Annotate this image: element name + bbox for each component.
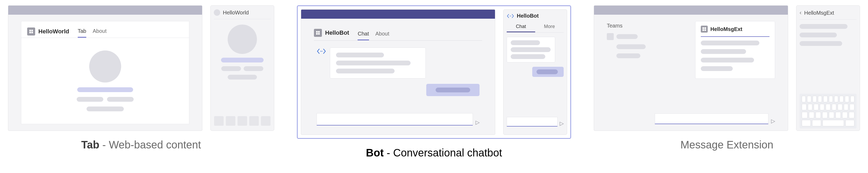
capability-bot: HelloBot Chat About: [297, 5, 571, 159]
placeholder-line: [336, 69, 395, 73]
placeholder-line: [800, 24, 847, 29]
popup-separator: [701, 36, 770, 37]
tab-desktop-frame: HelloWorld Tab About: [8, 5, 203, 131]
placeholder-line: [616, 34, 638, 39]
mobile-nav-bar: [214, 114, 271, 128]
sidebar-title: Teams: [607, 23, 647, 29]
tab-content-area: HelloWorld Tab About: [21, 21, 189, 124]
window-titlebar: [594, 6, 788, 15]
bot-avatar-icon: [507, 13, 514, 19]
app-icon: [27, 27, 35, 35]
bot-tab-chat[interactable]: Chat: [358, 31, 369, 40]
svg-rect-15: [705, 29, 706, 31]
placeholder-line: [221, 66, 241, 71]
compose-input[interactable]: [317, 113, 473, 125]
placeholder-row: [77, 97, 134, 102]
compose-row: ▷: [655, 114, 775, 124]
placeholder-line: [800, 41, 842, 46]
mobile-title: HelloWorld: [223, 9, 249, 16]
bot-highlight-frame: HelloBot Chat About: [297, 5, 571, 139]
message-bubble-out: [532, 67, 564, 77]
placeholder-line: [77, 87, 133, 92]
placeholder-line: [511, 40, 540, 45]
message-bubble-in: [507, 37, 555, 63]
tab-body: [21, 38, 189, 124]
svg-rect-3: [31, 31, 33, 33]
placeholder-line: [87, 106, 124, 111]
placeholder-line: [228, 75, 257, 79]
svg-rect-2: [29, 31, 31, 33]
app-title: HelloWorld: [38, 28, 69, 35]
bot-tab-about[interactable]: About: [375, 31, 389, 40]
mobile-tab-chat[interactable]: Chat: [507, 22, 535, 32]
tab-tab-1[interactable]: Tab: [78, 28, 86, 38]
compose-input[interactable]: [655, 114, 768, 124]
bot-chat-area: ▷: [314, 41, 482, 128]
app-icon: [701, 26, 708, 32]
sidebar-channel[interactable]: [616, 44, 646, 49]
tab-mobile-frame: HelloWorld: [210, 5, 274, 131]
placeholder-line: [107, 97, 134, 102]
message-bubble-out: [426, 84, 479, 96]
bot-desktop-frame: HelloBot Chat About: [301, 9, 495, 135]
placeholder-line: [436, 88, 470, 92]
nav-item[interactable]: [261, 116, 271, 126]
team-icon: [607, 33, 614, 40]
compose-input[interactable]: [507, 117, 558, 127]
mobile-chat-area: ▷: [507, 32, 564, 132]
placeholder-line: [701, 66, 733, 71]
ext-mockups-pair: Teams HelloMsgExt: [594, 5, 860, 131]
svg-rect-12: [703, 27, 704, 29]
svg-rect-1: [31, 30, 33, 31]
incoming-message: [317, 48, 479, 78]
nav-item[interactable]: [238, 116, 247, 126]
send-icon[interactable]: ▷: [560, 120, 564, 127]
ext-caption: Message Extension: [680, 139, 773, 151]
mobile-body: [214, 19, 271, 114]
mobile-body: [800, 20, 857, 94]
back-icon[interactable]: ‹: [800, 9, 801, 16]
placeholder-line: [77, 97, 103, 102]
svg-rect-4: [316, 31, 318, 32]
svg-rect-7: [318, 33, 320, 34]
teams-sidebar: Teams: [607, 21, 647, 124]
placeholder-line: [701, 49, 746, 54]
placeholder-line: [244, 66, 263, 71]
bot-avatar-icon: [317, 48, 326, 55]
sidebar-channel[interactable]: [616, 53, 640, 58]
capability-message-extension: Teams HelloMsgExt: [594, 5, 860, 151]
bot-caption-strong: Bot: [366, 147, 384, 158]
tab-tab-2[interactable]: About: [93, 28, 106, 38]
placeholder-line: [336, 53, 384, 57]
placeholder-line: [511, 54, 545, 59]
placeholder-line: [800, 32, 837, 38]
placeholder-line: [536, 69, 558, 74]
bot-header: HelloBot Chat About: [314, 25, 482, 41]
mobile-keyboard[interactable]: [800, 94, 857, 128]
svg-rect-0: [29, 30, 31, 31]
tab-caption: Tab - Web-based content: [81, 139, 201, 151]
sidebar-item[interactable]: [607, 33, 647, 40]
msgext-popup-title: HelloMsgExt: [710, 26, 742, 32]
bot-caption: Bot - Conversational chatbot: [366, 147, 502, 159]
svg-point-8: [320, 51, 321, 52]
ext-content-area: Teams HelloMsgExt: [607, 21, 775, 124]
compose-row: ▷: [317, 113, 479, 125]
window-titlebar: [301, 9, 495, 19]
nav-item[interactable]: [249, 116, 259, 126]
avatar-placeholder: [89, 50, 121, 82]
mobile-title: HelloBot: [517, 13, 539, 19]
send-icon[interactable]: ▷: [771, 118, 775, 124]
send-icon[interactable]: ▷: [475, 119, 479, 125]
placeholder-line: [701, 58, 754, 63]
tab-mockups-pair: HelloWorld Tab About: [8, 5, 274, 131]
nav-item[interactable]: [214, 116, 224, 126]
ext-desktop-frame: Teams HelloMsgExt: [594, 5, 788, 131]
nav-item[interactable]: [226, 116, 236, 126]
compose-row: ▷: [507, 117, 564, 128]
avatar-icon: [214, 9, 220, 16]
ext-mobile-frame: ‹ HelloMsgExt: [796, 5, 860, 131]
tab-caption-rest: - Web-based content: [99, 139, 201, 151]
bot-mobile-frame: HelloBot Chat More: [503, 9, 567, 135]
mobile-tab-more[interactable]: More: [535, 22, 564, 32]
